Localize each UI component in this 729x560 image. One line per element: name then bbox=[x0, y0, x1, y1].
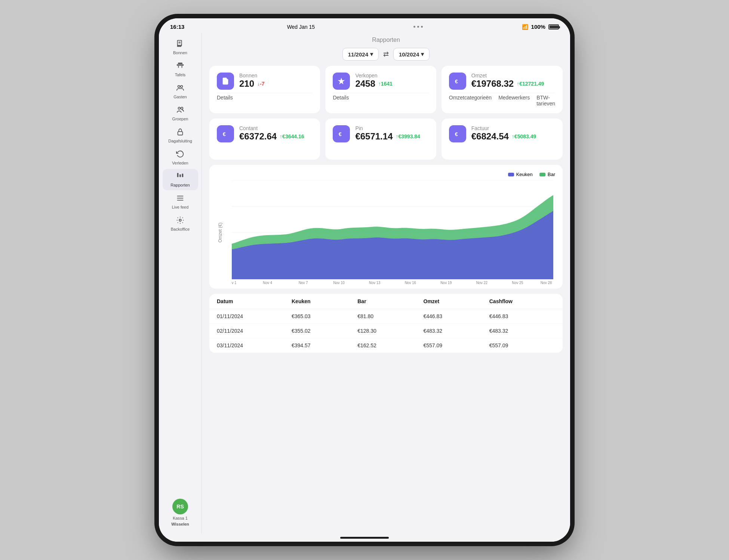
footer-link-0[interactable]: Details bbox=[333, 95, 349, 101]
svg-point-12 bbox=[181, 107, 183, 110]
svg-point-10 bbox=[181, 86, 183, 88]
table-cell-1-1: €355.02 bbox=[292, 328, 357, 334]
sidebar-label-backoffice: Backoffice bbox=[171, 227, 190, 231]
sidebar-item-livefeed[interactable]: Live feed bbox=[163, 191, 198, 212]
card-top-pin: € Pin €6571.14 ↑€3993.84 bbox=[333, 125, 428, 142]
card-diff-factuur: ↑€5083.49 bbox=[512, 133, 536, 139]
card-icon-verkopen bbox=[333, 73, 350, 90]
sidebar-item-verleden[interactable]: Verleden bbox=[163, 147, 198, 168]
table-cell-2-0: 03/11/2024 bbox=[217, 342, 292, 348]
svg-text:Nov 28: Nov 28 bbox=[541, 281, 552, 285]
svg-text:€: € bbox=[455, 131, 458, 137]
card-pin: € Pin €6571.14 ↑€3993.84 bbox=[325, 119, 436, 160]
card-diff-pin: ↑€3993.84 bbox=[396, 133, 420, 139]
table-row: 02/11/2024 €355.02 €128.30 €483.32 €483.… bbox=[209, 324, 563, 338]
table-cell-1-2: €128.30 bbox=[357, 328, 423, 334]
kassa-label: Kassa 1 bbox=[173, 516, 188, 520]
legend-bar: Bar bbox=[539, 172, 555, 177]
card-icon-omzet: € bbox=[449, 73, 466, 90]
card-label-verkopen: Verkopen bbox=[355, 73, 393, 79]
table-body: 01/11/2024 €365.03 €81.80 €446.83 €446.8… bbox=[209, 309, 563, 353]
bonnen-icon bbox=[176, 40, 184, 49]
chart-area: Omzet (€) €1500 €1000 €500 bbox=[217, 180, 555, 285]
sidebar-label-groepen: Groepen bbox=[172, 117, 188, 121]
table-cell-0-1: €365.03 bbox=[292, 313, 357, 319]
sidebar-label-livefeed: Live feed bbox=[172, 205, 189, 209]
legend-bar-dot bbox=[539, 173, 545, 176]
sidebar-item-tafels[interactable]: Tafels bbox=[163, 59, 198, 80]
main-content: Rapporten 11/2024 ▾ ⇄ 10/2024 ▾ Bonnen bbox=[202, 33, 570, 534]
sidebar-item-dagafsluiting[interactable]: Dagafsluiting bbox=[163, 125, 198, 146]
page-title: Rapporten bbox=[372, 37, 400, 43]
card-data-omzet: Omzet €19768.32 ↑€12721.49 bbox=[471, 73, 544, 89]
svg-rect-13 bbox=[178, 132, 183, 135]
sidebar-item-backoffice[interactable]: Backoffice bbox=[163, 213, 198, 234]
sidebar-label-gasten: Gasten bbox=[173, 95, 187, 99]
card-diff-verkopen: ↑1641 bbox=[378, 81, 393, 87]
sidebar-label-bonnen: Bonnen bbox=[173, 50, 187, 55]
footer-link-0[interactable]: Details bbox=[217, 95, 233, 101]
card-data-factuur: Factuur €6824.54 ↑€5083.49 bbox=[471, 125, 536, 142]
card-top-contant: € Contant €6372.64 ↑€3644.16 bbox=[217, 125, 313, 142]
status-center bbox=[413, 26, 423, 28]
svg-text:€: € bbox=[223, 131, 226, 137]
swap-icon[interactable]: ⇄ bbox=[383, 50, 389, 58]
rapporten-icon bbox=[176, 172, 184, 182]
card-value-pin: €6571.14 ↑€3993.84 bbox=[355, 131, 420, 142]
cards-grid: Bonnen 210 ↓-7 Details Verkopen 2458 ↑16… bbox=[209, 66, 563, 160]
card-icon-pin: € bbox=[333, 125, 350, 142]
sidebar-item-gasten[interactable]: Gasten bbox=[163, 81, 198, 102]
chart-section: Keuken Bar Omzet (€) bbox=[209, 165, 563, 289]
card-footer-bonnen: Details bbox=[217, 93, 313, 101]
card-data-pin: Pin €6571.14 ↑€3993.84 bbox=[355, 125, 420, 142]
svg-text:Nov 10: Nov 10 bbox=[333, 281, 345, 285]
footer-link-1[interactable]: Medewerkers bbox=[498, 95, 530, 107]
card-icon-contant: € bbox=[217, 125, 234, 142]
card-value-omzet: €19768.32 ↑€12721.49 bbox=[471, 79, 544, 89]
table-header: Datum Keuken Bar Omzet Cashflow bbox=[209, 294, 563, 309]
svg-point-20 bbox=[179, 219, 181, 221]
data-table: Datum Keuken Bar Omzet Cashflow 01/11/20… bbox=[209, 294, 563, 353]
table-cell-0-4: €446.83 bbox=[489, 313, 555, 319]
card-top-verkopen: Verkopen 2458 ↑1641 bbox=[333, 73, 428, 90]
svg-rect-16 bbox=[182, 174, 184, 177]
card-verkopen: Verkopen 2458 ↑1641 Details bbox=[325, 66, 436, 113]
col-bar: Bar bbox=[357, 298, 423, 304]
sidebar-item-rapporten[interactable]: Rapporten bbox=[163, 169, 198, 190]
chart-svg: €1500 €1000 €500 €0 Nov 1 Nov 4 Nov 7 bbox=[232, 180, 553, 285]
legend-keuken-dot bbox=[508, 173, 514, 176]
footer-link-0[interactable]: Omzetcategorieën bbox=[449, 95, 492, 107]
card-icon-bonnen bbox=[217, 73, 234, 90]
svg-text:Nov 4: Nov 4 bbox=[263, 281, 272, 285]
date-selector-2[interactable]: 10/2024 ▾ bbox=[393, 48, 430, 61]
card-bonnen: Bonnen 210 ↓-7 Details bbox=[209, 66, 320, 113]
table-cell-0-2: €81.80 bbox=[357, 313, 423, 319]
svg-point-6 bbox=[178, 63, 179, 64]
svg-text:Nov 25: Nov 25 bbox=[512, 281, 523, 285]
table-row: 01/11/2024 €365.03 €81.80 €446.83 €446.8… bbox=[209, 309, 563, 324]
svg-point-7 bbox=[180, 63, 181, 64]
svg-text:Nov 13: Nov 13 bbox=[369, 281, 380, 285]
table-cell-1-0: 02/11/2024 bbox=[217, 328, 292, 334]
avatar: RS bbox=[172, 499, 188, 514]
footer-link-2[interactable]: BTW-tarieven bbox=[536, 95, 555, 107]
date-selector-1[interactable]: 11/2024 ▾ bbox=[342, 48, 379, 61]
kassa-wisselen[interactable]: Wisselen bbox=[171, 522, 189, 526]
card-diff-bonnen: ↓-7 bbox=[257, 81, 264, 87]
home-indicator bbox=[159, 534, 570, 542]
sidebar-item-bonnen[interactable]: Bonnen bbox=[163, 37, 198, 58]
sidebar-item-groepen[interactable]: Groepen bbox=[163, 103, 198, 124]
status-date: Wed Jan 15 bbox=[287, 24, 315, 30]
sidebar-label-tafels: Tafels bbox=[175, 73, 186, 77]
legend-keuken-label: Keuken bbox=[516, 172, 533, 177]
card-icon-factuur: € bbox=[449, 125, 466, 142]
card-top-bonnen: Bonnen 210 ↓-7 bbox=[217, 73, 313, 90]
card-value-verkopen: 2458 ↑1641 bbox=[355, 79, 393, 89]
col-datum: Datum bbox=[217, 298, 292, 304]
svg-text:Nov 16: Nov 16 bbox=[405, 281, 416, 285]
svg-text:€: € bbox=[339, 131, 342, 137]
card-diff-contant: ↑€3644.16 bbox=[280, 133, 304, 139]
card-diff-omzet: ↑€12721.49 bbox=[517, 81, 544, 87]
svg-point-9 bbox=[178, 86, 180, 88]
card-data-contant: Contant €6372.64 ↑€3644.16 bbox=[239, 125, 304, 142]
